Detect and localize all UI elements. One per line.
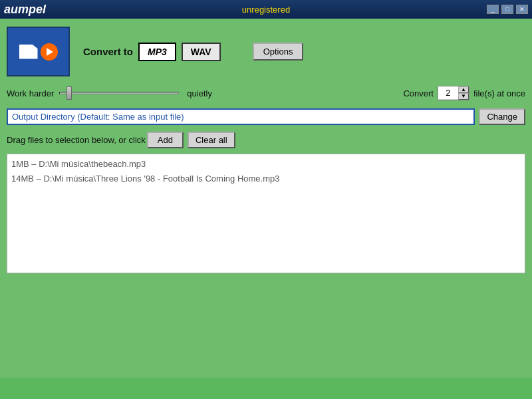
spinner-value: 2 xyxy=(438,86,458,100)
maximize-button[interactable]: □ xyxy=(501,5,513,14)
logo-inner xyxy=(19,43,58,61)
add-button[interactable]: Add xyxy=(147,132,184,148)
app-title: aumpel xyxy=(4,3,46,17)
file-list[interactable]: 1MB – D:\Mi música\thebeach.mp314MB – D:… xyxy=(7,154,525,273)
slider-row: Work harder quietly Convert 2 ▲ ▼ file(s… xyxy=(7,86,525,100)
files-at-once-label: file(s) at once xyxy=(473,88,525,98)
spinner-up-button[interactable]: ▲ xyxy=(458,86,469,93)
close-button[interactable]: ✕ xyxy=(516,5,528,14)
quality-slider[interactable] xyxy=(59,92,179,94)
spinner-down-button[interactable]: ▼ xyxy=(458,93,469,100)
output-dir-input[interactable] xyxy=(7,108,475,125)
list-item: 1MB – D:\Mi música\thebeach.mp3 xyxy=(10,157,522,172)
top-row: Convert to MP3 WAV Options xyxy=(7,27,525,76)
main-content: Convert to MP3 WAV Options Work harder q… xyxy=(0,19,532,399)
app-logo xyxy=(7,27,70,76)
convert-text: Convert xyxy=(403,88,434,98)
minimize-button[interactable]: _ xyxy=(487,5,499,14)
titlebar: aumpel unregistered _ □ ✕ xyxy=(0,0,532,19)
clear-all-button[interactable]: Clear all xyxy=(188,132,235,148)
output-dir-row: Change xyxy=(7,108,525,125)
logo-play-arrow xyxy=(47,48,53,56)
bottom-bar xyxy=(0,378,532,399)
quietly-label: quietly xyxy=(187,88,212,98)
titlebar-left: aumpel xyxy=(4,3,46,17)
title-status: unregistered xyxy=(242,5,290,15)
change-button[interactable]: Change xyxy=(479,108,525,125)
options-button[interactable]: Options xyxy=(253,43,304,61)
logo-file-icon xyxy=(19,45,38,59)
spinner-buttons: ▲ ▼ xyxy=(458,86,469,100)
mp3-format-button[interactable]: MP3 xyxy=(138,43,176,61)
convert-count-section: Convert 2 ▲ ▼ file(s) at once xyxy=(403,86,525,100)
drag-label: Drag files to selection below, or click xyxy=(7,135,146,145)
slider-container[interactable] xyxy=(59,92,179,94)
list-item: 14MB – D:\Mi música\Three Lions '98 - Fo… xyxy=(10,172,522,186)
convert-label: Convert to xyxy=(83,46,133,57)
work-harder-label: Work harder xyxy=(7,88,54,98)
slider-thumb[interactable] xyxy=(66,86,72,100)
wav-format-button[interactable]: WAV xyxy=(182,43,221,61)
convert-controls: Convert to MP3 WAV Options xyxy=(83,43,525,61)
drag-row: Drag files to selection below, or click … xyxy=(7,132,525,148)
logo-play-icon xyxy=(41,43,58,61)
titlebar-controls: _ □ ✕ xyxy=(487,5,528,14)
file-count-spinner: 2 ▲ ▼ xyxy=(438,86,469,100)
